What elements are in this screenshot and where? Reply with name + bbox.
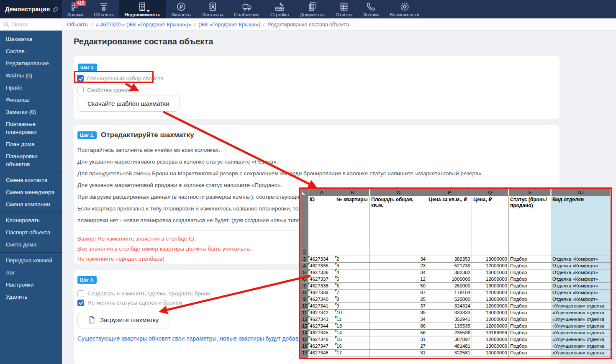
checkbox[interactable] <box>77 75 84 82</box>
breadcrumb: Объекты/# 4627320 « (ЖК «Городские Крыши… <box>67 18 349 31</box>
step2-title: Отредактируйте шахматку <box>101 131 194 139</box>
nav-item[interactable]: Документы <box>295 0 330 18</box>
sidebar-item[interactable]: Смена менеджера <box>0 186 62 198</box>
nav-item[interactable]: Объекты <box>88 0 119 18</box>
breadcrumb-link[interactable]: (ЖК «Городские Крыши») <box>198 22 260 28</box>
cell: 12000000 <box>472 276 509 283</box>
documents-icon <box>307 2 317 12</box>
cell: «Улучшенная» отделка <box>551 336 611 343</box>
upload-sheet-label: Загрузите шахматку <box>100 316 159 323</box>
nav-item-label: Возможности <box>390 12 419 18</box>
column-header: Цена, ₽ <box>472 196 509 256</box>
nav-item[interactable]: Звонки <box>358 0 384 18</box>
column-letter: O <box>370 189 427 196</box>
nav-item[interactable]: Отчёты <box>330 0 358 18</box>
sidebar-divider <box>0 252 62 253</box>
cell: «Улучшенная» отделка <box>551 303 611 310</box>
step1-checkboxes: Расширенный набор свойствСвойства сделок <box>77 75 164 93</box>
table-row: 3462733423438235313000000ПодборОтделка «… <box>301 256 611 263</box>
sidebar-item[interactable]: Поэтажные планировки <box>0 118 62 138</box>
cell: 4627335 <box>308 263 335 269</box>
nav-item[interactable]: Стройка <box>265 0 294 18</box>
sidebar-item[interactable]: Удалить <box>0 291 62 303</box>
cell: 387097 <box>427 336 472 343</box>
search-box[interactable] <box>0 18 62 31</box>
checkbox[interactable] <box>77 87 84 93</box>
sidebar-item[interactable]: Планировки объектов <box>0 150 62 170</box>
cell: 37 <box>370 303 427 310</box>
nav-item[interactable]: Возможности <box>384 0 425 18</box>
cell: 4 <box>335 269 370 276</box>
sidebar-item[interactable]: Смена контакта <box>0 174 62 186</box>
search-icon <box>3 21 10 28</box>
sidebar-item[interactable]: Финансы <box>0 94 62 106</box>
cell: 4627337 <box>308 276 335 283</box>
cell: 4627345 <box>308 330 335 336</box>
cell: 4627338 <box>308 283 335 290</box>
table-row: 124627343113435294112000000Подбор«Улучше… <box>301 316 611 323</box>
sidebar-item[interactable]: Настройки <box>0 279 62 291</box>
search-input[interactable] <box>12 21 54 28</box>
checkbox[interactable] <box>77 300 84 306</box>
download-template-button[interactable]: Скачайте шаблон шахматки <box>77 95 180 112</box>
cell: 12 <box>370 276 427 283</box>
cell: 4627342 <box>308 310 335 316</box>
checkbox-row: Свойства сделок <box>77 87 164 93</box>
column-letter: B <box>335 189 370 196</box>
nav-item-label: Финансы <box>171 12 191 18</box>
finance-icon <box>176 2 186 12</box>
step2-badge: Шаг 2. <box>77 131 97 139</box>
nav-item[interactable]: Контакты <box>197 0 229 18</box>
nav-badge-count: 415 <box>76 0 86 6</box>
nav-item[interactable]: Снабжение <box>228 0 265 18</box>
sidebar-item[interactable]: Клонировать <box>0 214 62 226</box>
cell: 39 <box>370 310 427 316</box>
top-nav-items: 415ЗаявкиОбъектыНедвижимостьФинансыКонта… <box>62 0 616 18</box>
sidebar-item[interactable]: План дома <box>0 138 62 150</box>
cell: 139535 <box>427 323 472 330</box>
cell: «Улучшенная» отделка <box>551 350 611 356</box>
breadcrumb-link[interactable]: # 4627320 « (ЖК «Городские Крыши»)» <box>96 22 191 28</box>
column-header: Площадь общая, кв.м. <box>370 196 427 256</box>
cell: 235536 <box>427 330 472 336</box>
breadcrumb-link[interactable]: Объекты <box>67 22 89 28</box>
sidebar-item[interactable]: Состав <box>0 45 62 57</box>
nav-item[interactable]: Недвижимость <box>119 0 166 18</box>
cell: Отделка «Комфорт» <box>551 296 611 303</box>
table-row: 164627347162748148113000000Подбор«Улучше… <box>301 343 611 350</box>
sidebar-item[interactable]: Передача ключей <box>0 254 62 267</box>
cell: Подбор <box>509 290 551 296</box>
cell: 17 <box>335 350 370 356</box>
cell: Отделка «Комфорт» <box>551 256 611 263</box>
nav-item-label: Заявки <box>67 12 83 18</box>
sidebar-item[interactable]: Редактирование <box>0 57 62 69</box>
reports-icon <box>339 2 349 12</box>
nav-item[interactable]: 415Заявки <box>62 0 88 18</box>
cell <box>308 356 335 359</box>
nav-item[interactable]: Финансы <box>166 0 197 18</box>
sidebar-item[interactable]: Заметки (0) <box>0 106 62 118</box>
row-number: 2 <box>301 196 308 256</box>
top-navigation-bar: Демонстрация 415ЗаявкиОбъектыНедвижимост… <box>0 0 616 18</box>
cell <box>335 356 370 359</box>
brand-block[interactable]: Демонстрация <box>0 0 62 18</box>
cell: 179104 <box>427 290 472 296</box>
upload-sheet-button[interactable]: Загрузите шахматку <box>77 312 169 328</box>
sidebar-item[interactable]: Прайс <box>0 82 62 94</box>
sidebar-item[interactable]: Смена компании <box>0 198 62 210</box>
cell: Подбор <box>509 336 551 343</box>
table-row: 134627344138613953512000000Подбор«Улучше… <box>301 323 611 330</box>
row-number: 16 <box>301 343 308 350</box>
sidebar-item[interactable]: Шахматка <box>0 33 62 45</box>
instruction-line: Для принудительной смены Брони на Маркет… <box>77 168 549 179</box>
sidebar-item[interactable]: Файлы (0) <box>0 69 62 82</box>
sidebar-item[interactable]: Паспорт объекта <box>0 226 62 238</box>
sidebar-item[interactable]: Счета дома <box>0 238 62 251</box>
sidebar-menu: ШахматкаСоставРедактированиеФайлы (0)Пра… <box>0 31 62 364</box>
cell: 34 <box>370 256 427 263</box>
cell <box>551 356 611 359</box>
sidebar-item[interactable]: Лог <box>0 267 62 279</box>
column-letter: S <box>509 189 551 196</box>
checkbox[interactable] <box>77 290 84 297</box>
cell: 4627347 <box>308 343 335 350</box>
